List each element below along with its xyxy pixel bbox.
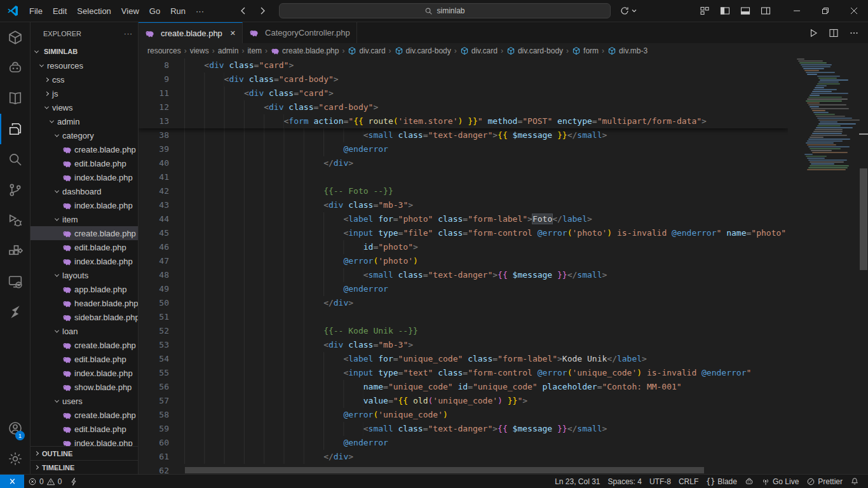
package-icon[interactable] xyxy=(0,22,30,53)
code-line-11[interactable]: 11<div class="card"> xyxy=(139,86,788,100)
restore-button[interactable] xyxy=(811,0,839,22)
breadcrumb-item-div.card-body[interactable]: div.card-body xyxy=(395,46,451,55)
panel-outline[interactable]: OUTLINE xyxy=(31,446,138,460)
forward-arrow-icon[interactable] xyxy=(257,6,268,16)
remote-indicator[interactable] xyxy=(0,475,24,488)
tree-file-index.blade.php[interactable]: index.blade.php xyxy=(31,436,138,446)
explorer-icon[interactable] xyxy=(0,114,30,144)
code-line-48[interactable]: 48<small class="text-danger">{{ $message… xyxy=(139,268,788,282)
code-line-44[interactable]: 44<label for="photo" class="form-label">… xyxy=(139,212,788,226)
code-line-61[interactable]: 61</div> xyxy=(139,450,788,464)
code-line-51[interactable]: 51 xyxy=(139,310,788,324)
code-line-43[interactable]: 43<div class="mb-3"> xyxy=(139,198,788,212)
breadcrumb-item-item[interactable]: item xyxy=(247,46,262,55)
code-line-40[interactable]: 40</div> xyxy=(139,156,788,170)
copilot-status[interactable] xyxy=(741,475,757,488)
close-icon[interactable]: ✕ xyxy=(230,30,236,37)
code-line-58[interactable]: 58@error('unique_code') xyxy=(139,408,788,422)
code-line-38[interactable]: 38<small class="text-danger">{{ $message… xyxy=(139,128,788,142)
tree-file-edit.blade.php[interactable]: edit.blade.php xyxy=(31,240,138,254)
minimap[interactable] xyxy=(796,58,859,474)
menu-view[interactable]: View xyxy=(116,4,144,18)
horizontal-scrollbar[interactable] xyxy=(185,467,704,473)
breadcrumb-item-div.card-body[interactable]: div.card-body xyxy=(506,46,563,55)
breadcrumb-item-div.mb-3[interactable]: div.mb-3 xyxy=(607,46,648,55)
panel-timeline[interactable]: TIMELINE xyxy=(31,460,138,474)
breadcrumb[interactable]: resources›views›admin›item›create.blade.… xyxy=(139,43,868,58)
code-line-53[interactable]: 53<div class="mb-3"> xyxy=(139,338,788,352)
breadcrumb-item-div.card[interactable]: div.card xyxy=(460,46,498,55)
tree-file-create.blade.php[interactable]: create.blade.php xyxy=(31,142,138,156)
code-line-45[interactable]: 45<input type="file" class="form-control… xyxy=(139,226,788,240)
notifications[interactable] xyxy=(846,475,863,488)
zap-status[interactable] xyxy=(65,475,82,488)
code-line-42[interactable]: 42{{-- Foto --}} xyxy=(139,184,788,198)
remote-explorer-icon[interactable] xyxy=(0,266,30,297)
scrollbar-thumb[interactable] xyxy=(860,168,867,270)
code-line-59[interactable]: 59<small class="text-danger">{{ $message… xyxy=(139,422,788,436)
tree-file-index.blade.php[interactable]: index.blade.php xyxy=(31,198,138,212)
menu-edit[interactable]: Edit xyxy=(48,4,72,18)
copilot-icon[interactable] xyxy=(0,53,30,83)
code-line-39[interactable]: 39@enderror xyxy=(139,142,788,156)
tree-folder-views[interactable]: views xyxy=(31,100,138,114)
tree-folder-users[interactable]: users xyxy=(31,394,138,408)
code-line-41[interactable]: 41 xyxy=(139,170,788,184)
tree-file-header.blade.php[interactable]: header.blade.php xyxy=(31,296,138,310)
tree-file-create.blade.php[interactable]: create.blade.php xyxy=(31,408,138,422)
code-line-12[interactable]: 12<div class="card-body"> xyxy=(139,100,788,114)
tree-folder-admin[interactable]: admin xyxy=(31,114,138,128)
search-input[interactable]: siminlab xyxy=(279,3,611,18)
code-line-57[interactable]: 57value="{{ old('unique_code') }}"> xyxy=(139,394,788,408)
indentation[interactable]: Spaces: 4 xyxy=(604,475,646,488)
source-control-icon[interactable] xyxy=(0,175,30,205)
encoding[interactable]: UTF-8 xyxy=(646,475,675,488)
run-debug-icon[interactable] xyxy=(0,205,30,236)
tree-file-index.blade.php[interactable]: index.blade.php xyxy=(31,366,138,380)
breadcrumb-item-admin[interactable]: admin xyxy=(218,46,239,55)
breadcrumb-item-form[interactable]: form xyxy=(572,46,599,55)
menu-selection[interactable]: Selection xyxy=(72,4,116,18)
breadcrumb-item-views[interactable]: views xyxy=(190,46,209,55)
code-line-60[interactable]: 60@enderror xyxy=(139,436,788,450)
eol[interactable]: CRLF xyxy=(675,475,702,488)
search-icon[interactable] xyxy=(0,144,30,175)
back-arrow-icon[interactable] xyxy=(238,6,248,16)
code-line-55[interactable]: 55<input type="text" class="form-control… xyxy=(139,366,788,380)
s-extension-icon[interactable] xyxy=(0,297,30,327)
tree-file-edit.blade.php[interactable]: edit.blade.php xyxy=(31,156,138,170)
problems-status[interactable]: 0 0 xyxy=(24,475,65,488)
menu-run[interactable]: Run xyxy=(165,4,191,18)
tree-file-sidebar.blade.php[interactable]: sidebar.blade.php xyxy=(31,310,138,324)
tree-file-edit.blade.php[interactable]: edit.blade.php xyxy=(31,422,138,436)
tree-folder-resources[interactable]: resources xyxy=(31,58,138,72)
settings-gear-icon[interactable] xyxy=(0,444,30,474)
toggle-panel-icon[interactable] xyxy=(740,6,750,16)
menu-[interactable]: ··· xyxy=(191,4,209,18)
accounts-icon[interactable]: 1 xyxy=(0,413,30,444)
code-line-54[interactable]: 54<label for="unique_code" class="form-l… xyxy=(139,352,788,366)
code-line-9[interactable]: 9<div class="card-body"> xyxy=(139,72,788,86)
code-line-46[interactable]: 46id="photo"> xyxy=(139,240,788,254)
book-icon[interactable] xyxy=(0,83,30,114)
profile-sync[interactable] xyxy=(620,6,637,16)
tree-folder-dashboard[interactable]: dashboard xyxy=(31,184,138,198)
tree-file-index.blade.php[interactable]: index.blade.php xyxy=(31,170,138,184)
vertical-scrollbar[interactable] xyxy=(859,58,868,474)
code-line-49[interactable]: 49@enderror xyxy=(139,282,788,296)
code-line-13[interactable]: 13<form action="{{ route('item.store') }… xyxy=(139,114,788,128)
menu-file[interactable]: File xyxy=(24,4,48,18)
tab-CategoryController.php[interactable]: CategoryController.php xyxy=(243,22,357,43)
more-actions-button[interactable] xyxy=(849,28,859,38)
code-line-47[interactable]: 47@error('photo') xyxy=(139,254,788,268)
tree-folder-loan[interactable]: loan xyxy=(31,324,138,338)
code-line-50[interactable]: 50</div> xyxy=(139,296,788,310)
language-mode[interactable]: {}Blade xyxy=(702,475,741,488)
extensions-icon[interactable] xyxy=(0,236,30,266)
code-line-8[interactable]: 8<div class="card"> xyxy=(139,58,788,72)
toggle-secondary-sidebar-icon[interactable] xyxy=(761,6,771,16)
tab-create.blade.php[interactable]: create.blade.php✕ xyxy=(139,22,243,43)
tree-folder-layouts[interactable]: layouts xyxy=(31,268,138,282)
menu-go[interactable]: Go xyxy=(144,4,165,18)
breadcrumb-item-div.card[interactable]: div.card xyxy=(348,46,385,55)
